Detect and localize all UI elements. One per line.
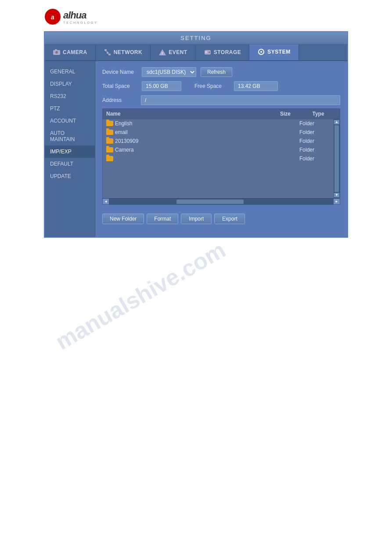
svg-text:!: ! [162, 51, 163, 55]
folder-icon [106, 147, 113, 152]
logo-icon: a alhua TECHNOLOGY [44, 8, 98, 25]
imp-exp-content: Device Name sdc1(USB DISK) Refresh Total… [95, 61, 347, 237]
storage-icon [204, 48, 212, 56]
sidebar: GENERAL DISPLAY RS232 PTZ ACCOUNT AUTO M… [45, 61, 95, 237]
file-browser: Name Size Type English Folder [102, 109, 340, 205]
folder-icon [106, 156, 113, 161]
sidebar-item-general[interactable]: GENERAL [45, 65, 95, 78]
export-button[interactable]: Export [214, 214, 245, 224]
col-type: Type [303, 109, 334, 119]
svg-rect-13 [205, 51, 207, 52]
brand-sub: TECHNOLOGY [63, 21, 98, 24]
event-icon: ! [158, 48, 166, 56]
scroll-thumb-horizontal[interactable] [176, 200, 244, 204]
tab-system[interactable]: SYSTEM [249, 44, 298, 60]
logo-area: a alhua TECHNOLOGY [0, 0, 392, 31]
file-name: email [115, 129, 264, 135]
empty-row [103, 181, 334, 189]
scroll-down-arrow[interactable]: ▼ [334, 193, 339, 197]
address-label: Address [102, 97, 137, 103]
brand-name: alhua [63, 10, 98, 21]
file-row[interactable]: English Folder [103, 119, 334, 128]
file-row[interactable]: email Folder [103, 128, 334, 137]
svg-point-3 [55, 51, 58, 54]
file-header: Name Size Type [103, 109, 340, 119]
file-row[interactable]: 20130909 Folder [103, 137, 334, 145]
empty-row [103, 189, 334, 198]
svg-text:a: a [51, 14, 54, 21]
file-row[interactable]: Folder [103, 154, 334, 163]
file-row[interactable]: Camera Folder [103, 145, 334, 154]
horizontal-scrollbar[interactable]: ◄ ► [103, 198, 340, 204]
bottom-buttons: New Folder Format Import Export [102, 209, 340, 226]
address-input[interactable] [141, 95, 340, 105]
content-area: GENERAL DISPLAY RS232 PTZ ACCOUNT AUTO M… [45, 61, 347, 237]
free-space-label: Free Space [194, 83, 230, 89]
refresh-button[interactable]: Refresh [201, 67, 232, 77]
file-type: Folder [299, 147, 330, 153]
svg-rect-4 [55, 49, 57, 51]
tab-storage[interactable]: STORAGE [196, 44, 250, 60]
camera-icon [53, 48, 61, 56]
main-panel: SETTING CAMERA NETWORK [44, 31, 348, 238]
empty-row [103, 172, 334, 181]
space-row: Total Space Free Space [102, 81, 340, 91]
setting-title: SETTING [180, 35, 211, 41]
svg-rect-14 [205, 52, 207, 53]
sidebar-item-display[interactable]: DISPLAY [45, 78, 95, 90]
scroll-up-arrow[interactable]: ▲ [334, 120, 339, 124]
sidebar-item-ptz[interactable]: PTZ [45, 102, 95, 115]
file-name: 20130909 [115, 138, 264, 144]
tab-storage-label: STORAGE [214, 49, 241, 55]
device-name-row: Device Name sdc1(USB DISK) Refresh [102, 67, 340, 77]
logo-svg: a [44, 8, 61, 25]
svg-rect-6 [107, 52, 108, 54]
folder-icon [106, 138, 113, 144]
svg-rect-7 [108, 54, 111, 55]
scroll-thumb-vertical[interactable] [334, 125, 339, 192]
scroll-left-arrow[interactable]: ◄ [103, 199, 109, 205]
sidebar-item-default[interactable]: DEFAULT [45, 158, 95, 170]
sidebar-item-imp-exp[interactable]: IMP/EXP [45, 145, 95, 158]
tab-event-label: EVENT [169, 49, 187, 55]
svg-line-8 [105, 51, 108, 52]
col-size: Size [268, 109, 303, 119]
file-name: English [115, 120, 264, 127]
folder-icon [106, 130, 113, 135]
file-type: Folder [299, 129, 330, 135]
page-wrapper: a alhua TECHNOLOGY SETTING CAMERA [0, 0, 392, 555]
tab-camera-label: CAMERA [63, 49, 87, 55]
file-type: Folder [299, 138, 330, 144]
svg-point-15 [209, 51, 210, 53]
file-list-area: English Folder email Folder [103, 119, 340, 198]
sidebar-item-rs232[interactable]: RS232 [45, 90, 95, 102]
free-space-value[interactable] [234, 81, 278, 91]
address-row: Address [102, 95, 340, 105]
sidebar-item-update[interactable]: UPDATE [45, 170, 95, 182]
total-space-value[interactable] [142, 81, 181, 91]
scroll-right-arrow[interactable]: ► [334, 199, 340, 205]
tab-camera[interactable]: CAMERA [45, 44, 96, 60]
tab-network[interactable]: NETWORK [96, 44, 151, 60]
scroll-track-horizontal [109, 199, 334, 205]
tab-network-label: NETWORK [114, 49, 143, 55]
tab-system-label: SYSTEM [267, 49, 290, 55]
col-name: Name [103, 109, 268, 119]
tab-event[interactable]: ! EVENT [151, 44, 196, 60]
network-icon [104, 48, 111, 56]
format-button[interactable]: Format [147, 214, 178, 224]
tab-bar: CAMERA NETWORK ! EVENT [45, 44, 347, 61]
new-folder-button[interactable]: New Folder [102, 214, 144, 224]
setting-header: SETTING [45, 32, 347, 44]
import-button[interactable]: Import [181, 214, 212, 224]
sidebar-item-account[interactable]: ACCOUNT [45, 115, 95, 127]
device-name-label: Device Name [102, 69, 137, 75]
file-type: Folder [299, 156, 330, 162]
svg-point-17 [260, 51, 262, 53]
device-name-select[interactable]: sdc1(USB DISK) [142, 67, 196, 77]
folder-icon [106, 121, 113, 126]
vertical-scrollbar[interactable]: ▲ ▼ [334, 119, 340, 198]
file-type: Folder [299, 120, 330, 127]
sidebar-item-auto-maintain[interactable]: AUTO MAINTAIN [45, 127, 95, 145]
system-icon [257, 48, 265, 56]
